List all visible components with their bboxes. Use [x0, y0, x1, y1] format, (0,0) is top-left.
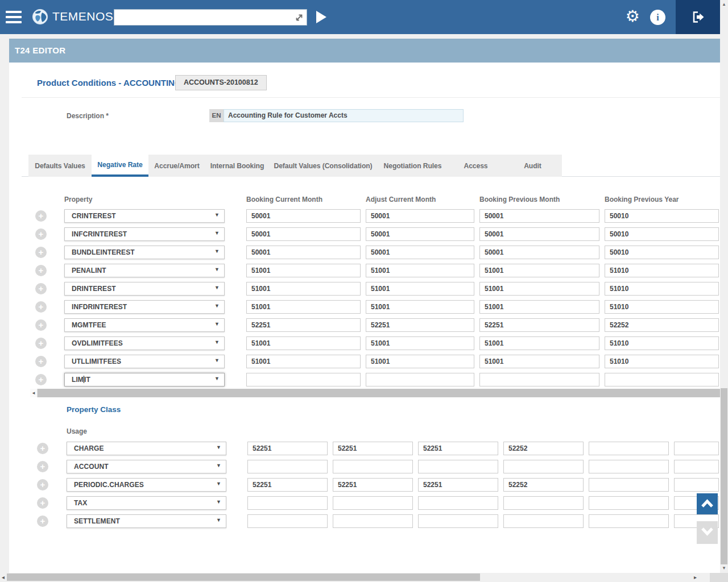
- value-input[interactable]: [503, 460, 584, 473]
- property-dropdown[interactable]: UTLLIMITFEES▼: [64, 355, 225, 368]
- value-input[interactable]: [418, 496, 498, 510]
- run-command-button[interactable]: [316, 11, 326, 23]
- value-input[interactable]: 50001: [479, 227, 599, 241]
- property-dropdown[interactable]: CHARGE▼: [67, 442, 226, 455]
- value-input[interactable]: [418, 514, 498, 528]
- value-input[interactable]: 52252: [503, 478, 584, 492]
- property-dropdown[interactable]: INFCRINTEREST▼: [64, 227, 225, 241]
- tab-negotiation-rules[interactable]: Negotiation Rules: [377, 155, 448, 177]
- property-dropdown[interactable]: INFDRINTEREST▼: [64, 300, 225, 314]
- value-input[interactable]: 51001: [246, 355, 361, 368]
- property-dropdown[interactable]: PENALINT▼: [64, 264, 225, 277]
- value-input[interactable]: 52251: [333, 442, 413, 455]
- scroll-section-up-button[interactable]: [697, 493, 718, 514]
- description-field[interactable]: Accounting Rule for Customer Accts: [224, 109, 464, 122]
- value-input[interactable]: [589, 442, 669, 455]
- value-input[interactable]: 52251: [418, 478, 498, 492]
- tab-negative-rate[interactable]: Negative Rate: [92, 155, 148, 177]
- property-dropdown[interactable]: BUNDLEINTEREST▼: [64, 246, 225, 259]
- launch-arrow-icon[interactable]: [294, 13, 304, 23]
- info-icon[interactable]: i: [650, 10, 665, 25]
- add-value-button[interactable]: [37, 443, 48, 454]
- value-input[interactable]: 51001: [246, 282, 361, 296]
- property-dropdown[interactable]: LIMIT▼: [64, 373, 225, 386]
- value-input[interactable]: 50001: [246, 209, 361, 223]
- value-input[interactable]: 52251: [366, 318, 474, 332]
- search-input[interactable]: [117, 10, 290, 24]
- value-input[interactable]: 52252: [503, 442, 584, 455]
- tab-defaults-values[interactable]: Defaults Values: [28, 155, 92, 177]
- value-input[interactable]: [333, 514, 413, 528]
- scroll-left-button[interactable]: ◂: [30, 389, 38, 397]
- value-input[interactable]: [503, 514, 584, 528]
- value-input[interactable]: [333, 460, 413, 473]
- value-input[interactable]: 51001: [479, 282, 599, 296]
- value-input[interactable]: [366, 373, 474, 386]
- property-dropdown[interactable]: DRINTEREST▼: [64, 282, 225, 296]
- value-input[interactable]: 51001: [246, 264, 361, 277]
- page-hscroll-thumb[interactable]: [7, 573, 480, 581]
- value-input[interactable]: 52252: [605, 318, 719, 332]
- add-value-button[interactable]: [37, 516, 48, 527]
- value-input[interactable]: 51001: [479, 264, 599, 277]
- scroll-down-arrow[interactable]: ▾: [720, 565, 728, 571]
- value-input[interactable]: [247, 514, 328, 528]
- value-input[interactable]: 50001: [479, 246, 599, 259]
- add-value-button[interactable]: [35, 265, 47, 276]
- value-input[interactable]: 51001: [479, 300, 599, 314]
- page-scroll-right-arrow[interactable]: ▸: [694, 573, 697, 582]
- tab-access[interactable]: Access: [448, 155, 503, 177]
- add-value-button[interactable]: [35, 247, 47, 258]
- value-input[interactable]: 51010: [605, 264, 719, 277]
- scroll-up-arrow[interactable]: ▴: [720, 1, 728, 7]
- value-input[interactable]: [503, 496, 584, 510]
- settings-gear-icon[interactable]: ⚙: [623, 7, 642, 26]
- value-input[interactable]: [247, 460, 328, 473]
- value-input[interactable]: 52251: [418, 442, 498, 455]
- value-input[interactable]: 52251: [333, 478, 413, 492]
- scroll-section-down-button[interactable]: [697, 521, 718, 544]
- value-input[interactable]: 51001: [366, 282, 474, 296]
- value-input[interactable]: 50001: [246, 227, 361, 241]
- value-input[interactable]: [589, 460, 669, 473]
- property-dropdown[interactable]: ACCOUNT▼: [67, 460, 226, 473]
- value-input[interactable]: 50001: [479, 209, 599, 223]
- value-input[interactable]: 52251: [246, 318, 361, 332]
- value-input[interactable]: [674, 442, 719, 455]
- add-value-button[interactable]: [35, 319, 47, 331]
- value-input[interactable]: [589, 496, 669, 510]
- value-input[interactable]: 51001: [479, 355, 599, 368]
- tab-audit[interactable]: Audit: [503, 155, 562, 177]
- value-input[interactable]: 50001: [366, 209, 474, 223]
- value-input[interactable]: 51010: [605, 300, 719, 314]
- add-value-button[interactable]: [35, 374, 47, 385]
- value-input[interactable]: [247, 496, 328, 510]
- add-value-button[interactable]: [35, 210, 47, 222]
- tab-default-values-consolidation[interactable]: Default Values (Consolidation): [269, 155, 377, 177]
- value-input[interactable]: [674, 478, 719, 492]
- sign-out-button[interactable]: [676, 0, 720, 34]
- value-input[interactable]: 50010: [605, 209, 719, 223]
- tab-internal-booking[interactable]: Internal Booking: [205, 155, 269, 177]
- value-input[interactable]: [246, 373, 361, 386]
- property-dropdown[interactable]: TAX▼: [67, 496, 226, 510]
- value-input[interactable]: 50001: [366, 227, 474, 241]
- add-value-button[interactable]: [37, 497, 48, 509]
- value-input[interactable]: 51010: [605, 355, 719, 368]
- value-input[interactable]: [333, 496, 413, 510]
- property-dropdown[interactable]: CRINTEREST▼: [64, 209, 225, 223]
- value-input[interactable]: 50010: [605, 246, 719, 259]
- value-input[interactable]: 51001: [366, 336, 474, 350]
- add-value-button[interactable]: [35, 356, 47, 367]
- tab-accrue-amort[interactable]: Accrue/Amort: [148, 155, 205, 177]
- property-dropdown[interactable]: OVDLIMITFEES▼: [64, 336, 225, 350]
- value-input[interactable]: 51001: [366, 355, 474, 368]
- value-input[interactable]: 51001: [479, 336, 599, 350]
- page-scroll-left-arrow[interactable]: ◂: [2, 573, 5, 582]
- value-input[interactable]: 51001: [246, 300, 361, 314]
- value-input[interactable]: [479, 373, 599, 386]
- property-dropdown[interactable]: SETTLEMENT▼: [67, 514, 226, 528]
- value-input[interactable]: [589, 478, 669, 492]
- value-input[interactable]: 50001: [366, 246, 474, 259]
- value-input[interactable]: [674, 460, 719, 473]
